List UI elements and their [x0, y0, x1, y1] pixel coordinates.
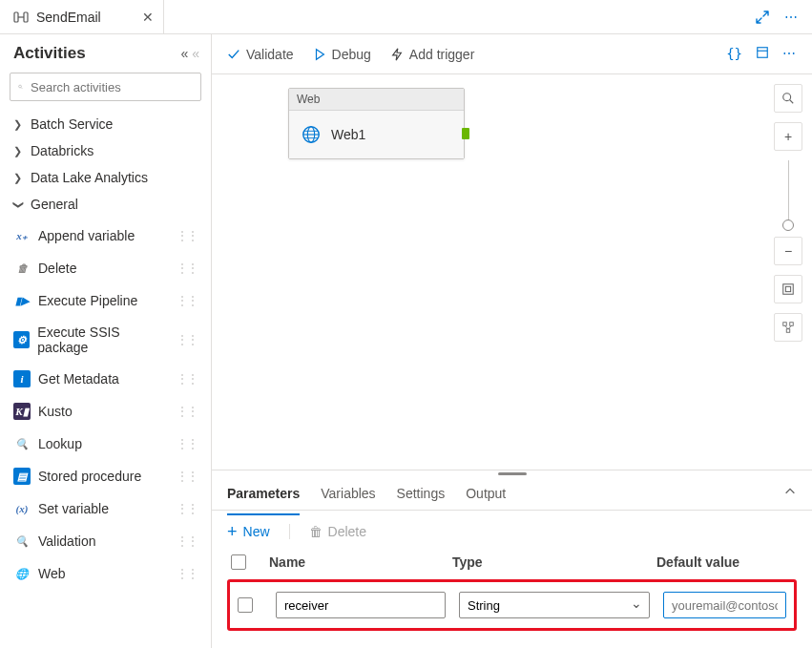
add-trigger-button[interactable]: Add trigger — [390, 47, 474, 62]
expand-icon[interactable] — [755, 10, 770, 25]
activity-label: Set variable — [38, 501, 109, 516]
svg-point-3 — [19, 85, 22, 88]
canvas-search-button[interactable] — [774, 84, 802, 113]
svg-rect-0 — [14, 12, 18, 22]
highlighted-row — [227, 579, 797, 631]
category-databricks[interactable]: ❯Databricks — [0, 137, 211, 164]
search-activities-input[interactable] — [10, 73, 201, 101]
fit-to-screen-button[interactable] — [774, 275, 802, 303]
activity-item[interactable]: K▮Kusto⋮⋮ — [8, 397, 203, 426]
activity-icon: ▤ — [13, 468, 31, 485]
delete-parameter-button: 🗑 Delete — [289, 524, 366, 539]
canvas-toolbar: Validate Debug Add trigger {} ⋯ — [212, 34, 812, 74]
sidebar-title: Activities — [13, 44, 86, 63]
parameter-name-input[interactable] — [276, 592, 446, 618]
activity-label: Get Metadata — [38, 371, 119, 387]
more-icon[interactable]: ⋯ — [782, 46, 797, 62]
svg-line-4 — [21, 88, 22, 89]
activity-icon: K▮ — [13, 403, 31, 420]
node-name-label: Web1 — [331, 127, 365, 142]
activity-item[interactable]: 🔍Validation⋮⋮ — [8, 527, 203, 555]
category-data-lake-analytics[interactable]: ❯Data Lake Analytics — [0, 164, 211, 191]
svg-rect-16 — [783, 323, 787, 326]
activity-item[interactable]: x₊Append variable⋮⋮ — [8, 221, 203, 250]
parameter-row — [238, 592, 786, 618]
validate-button[interactable]: Validate — [227, 47, 294, 62]
debug-button[interactable]: Debug — [313, 47, 371, 62]
collapse-panel-icon[interactable] — [783, 485, 797, 501]
svg-rect-18 — [786, 329, 790, 333]
code-icon[interactable]: {} — [726, 46, 742, 62]
tab-parameters[interactable]: Parameters — [227, 480, 300, 507]
drag-grip-icon: ⋮⋮ — [177, 502, 198, 515]
activity-item[interactable]: ⚙Execute SSIS package⋮⋮ — [8, 319, 203, 361]
activity-icon: 🗑 — [13, 260, 31, 277]
activity-icon: i — [13, 370, 31, 387]
column-header-name: Name — [269, 554, 439, 570]
drag-grip-icon: ⋮⋮ — [177, 567, 198, 580]
svg-rect-17 — [790, 323, 794, 326]
svg-rect-15 — [785, 286, 790, 291]
zoom-slider[interactable] — [774, 160, 802, 227]
close-icon[interactable]: ✕ — [142, 10, 154, 25]
svg-rect-14 — [783, 284, 794, 295]
pipeline-icon — [13, 10, 29, 25]
activity-icon: ⚙ — [13, 331, 30, 348]
activity-icon: 🔍 — [13, 533, 31, 550]
node-success-connector[interactable] — [462, 128, 469, 139]
trash-icon: 🗑 — [309, 524, 323, 539]
drag-grip-icon: ⋮⋮ — [177, 405, 198, 418]
svg-rect-1 — [24, 12, 28, 22]
activity-label: Append variable — [38, 228, 135, 243]
properties-icon[interactable] — [756, 46, 769, 62]
activity-label: Lookup — [38, 436, 82, 451]
activity-item[interactable]: iGet Metadata⋮⋮ — [8, 365, 203, 393]
activity-item[interactable]: 🗑Delete⋮⋮ — [8, 254, 203, 282]
activity-label: Web — [38, 566, 66, 581]
pipeline-tab-title: SendEmail — [36, 10, 101, 25]
category-general[interactable]: ❯General — [0, 191, 211, 218]
activity-item[interactable]: ▮▶Execute Pipeline⋮⋮ — [8, 286, 203, 315]
activity-item[interactable]: 🌐Web⋮⋮ — [8, 559, 203, 588]
activity-node-web1[interactable]: Web Web1 — [288, 88, 465, 159]
column-header-type: Type — [452, 554, 643, 570]
parameter-type-select[interactable] — [459, 592, 650, 618]
activity-icon: x₊ — [13, 227, 31, 244]
auto-align-button[interactable] — [774, 313, 802, 342]
collapse-icon[interactable]: «« — [180, 46, 199, 61]
activity-icon: 🔍 — [13, 435, 31, 452]
activity-label: Stored procedure — [38, 469, 141, 484]
svg-line-19 — [785, 325, 789, 329]
activity-label: Execute Pipeline — [38, 293, 137, 308]
category-batch-service[interactable]: ❯Batch Service — [0, 111, 211, 137]
activity-item[interactable]: (x)Set variable⋮⋮ — [8, 494, 203, 523]
tab-variables[interactable]: Variables — [321, 480, 375, 507]
globe-icon — [301, 124, 322, 145]
drag-grip-icon: ⋮⋮ — [177, 294, 198, 307]
activity-label: Delete — [38, 261, 76, 276]
activity-item[interactable]: 🔍Lookup⋮⋮ — [8, 429, 203, 458]
activities-sidebar: Activities «« ❯Batch Service ❯Databricks… — [0, 34, 212, 648]
zoom-in-button[interactable]: + — [774, 122, 802, 151]
design-canvas[interactable]: Web Web1 + − — [212, 74, 812, 470]
activity-item[interactable]: ▤Stored procedure⋮⋮ — [8, 462, 203, 491]
more-icon[interactable]: ⋯ — [783, 10, 799, 25]
tab-output[interactable]: Output — [466, 480, 506, 507]
select-all-checkbox[interactable] — [231, 554, 246, 570]
tab-settings[interactable]: Settings — [397, 480, 446, 507]
svg-line-13 — [790, 100, 794, 104]
svg-rect-5 — [758, 48, 768, 58]
svg-line-20 — [788, 325, 792, 329]
activity-label: Execute SSIS package — [37, 324, 169, 355]
activity-icon: ▮▶ — [13, 292, 31, 309]
zoom-out-button[interactable]: − — [774, 237, 802, 265]
activity-label: Validation — [38, 533, 95, 549]
activity-icon: 🌐 — [13, 565, 31, 582]
new-parameter-button[interactable]: + New — [227, 524, 270, 539]
activity-label: Kusto — [38, 404, 73, 419]
row-checkbox[interactable] — [238, 597, 253, 613]
pipeline-tab[interactable]: SendEmail ✕ — [0, 0, 164, 33]
window-tab-bar: SendEmail ✕ ⋯ — [0, 0, 812, 34]
parameter-default-input[interactable] — [663, 592, 786, 618]
drag-grip-icon: ⋮⋮ — [177, 372, 198, 386]
